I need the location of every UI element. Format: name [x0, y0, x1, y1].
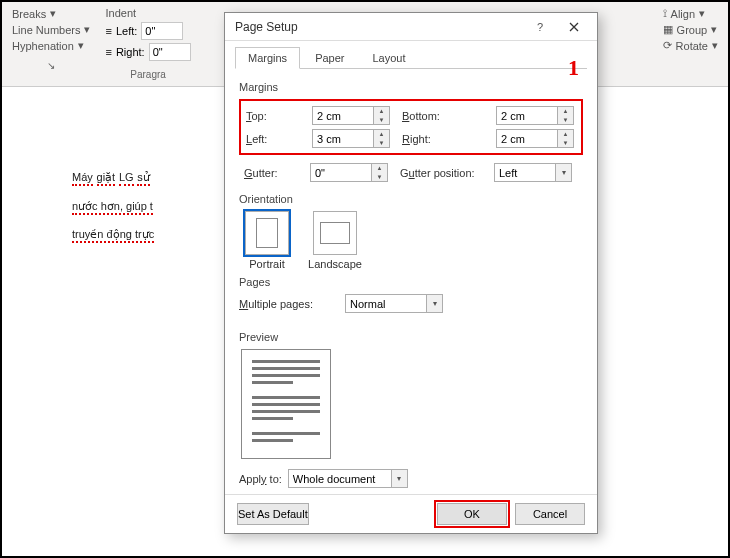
close-icon — [569, 22, 579, 32]
callout-1: 1 — [568, 55, 579, 81]
ribbon-col-breaks: Breaks ▾ Line Numbers ▾ Hyphenation ▾ ↘ — [12, 7, 90, 86]
tab-margins[interactable]: Margins — [235, 47, 300, 69]
margins-highlight: Top: ▲▼ Bottom: ▲▼ Left: ▲▼ Right: ▲▼ — [239, 99, 583, 155]
gutterpos-input[interactable] — [494, 163, 556, 182]
indent-left[interactable]: ≡ Left: — [105, 22, 190, 40]
apply-to-select[interactable]: ▾ — [288, 469, 408, 488]
apply-to-input[interactable] — [288, 469, 392, 488]
indent-right[interactable]: ≡ Right: — [105, 43, 190, 61]
ribbon-right: ⟟ Align ▾ ▦ Group ▾ ⟳ Rotate ▾ — [663, 7, 718, 86]
bottom-spinner[interactable]: ▲▼ — [496, 106, 582, 125]
gutter-spinner[interactable]: ▲▼ — [310, 163, 396, 182]
group-item[interactable]: ▦ Group ▾ — [663, 23, 718, 36]
dialog-titlebar[interactable]: Page Setup ? — [225, 13, 597, 41]
pages-title: Pages — [239, 276, 583, 288]
close-button[interactable] — [557, 15, 591, 39]
preview-panel — [241, 349, 331, 459]
hyphenation-item[interactable]: Hyphenation ▾ — [12, 39, 90, 52]
dialog-tabs: Margins Paper Layout — [225, 41, 597, 69]
apply-to-label: Apply to: — [239, 473, 282, 485]
align-item[interactable]: ⟟ Align ▾ — [663, 7, 718, 20]
orientation-title: Orientation — [239, 193, 583, 205]
gutterpos-label: Gutter position: — [400, 167, 490, 179]
portrait-icon — [245, 211, 289, 255]
margins-section: Margins Top: ▲▼ Bottom: ▲▼ Left: ▲▼ Righ… — [225, 69, 597, 494]
left-label: Left: — [246, 133, 308, 145]
help-button[interactable]: ? — [523, 15, 557, 39]
dialog-footer: Set As Default OK Cancel — [225, 494, 597, 533]
right-input[interactable] — [496, 129, 558, 148]
left-input[interactable] — [312, 129, 374, 148]
set-default-button[interactable]: Set As Default — [237, 503, 309, 525]
chevron-down-icon: ▾ — [556, 163, 572, 182]
indent-left-icon: ≡ — [105, 25, 111, 37]
ribbon-col-indent: Indent ≡ Left: ≡ Right: Paragra — [105, 7, 190, 86]
orientation-group: Portrait Landscape — [239, 211, 583, 270]
left-spinner[interactable]: ▲▼ — [312, 129, 398, 148]
preview-title: Preview — [239, 331, 583, 343]
apply-to-row: Apply to: ▾ — [239, 469, 583, 488]
landscape-icon — [313, 211, 357, 255]
multiple-pages-input[interactable] — [345, 294, 427, 313]
indent-right-input[interactable] — [149, 43, 191, 61]
gutterpos-select[interactable]: ▾ — [494, 163, 580, 182]
top-input[interactable] — [312, 106, 374, 125]
paragraph-group-label: Paragra — [105, 69, 190, 80]
top-spinner[interactable]: ▲▼ — [312, 106, 398, 125]
margins-title: Margins — [239, 81, 583, 93]
orientation-portrait[interactable]: Portrait — [239, 211, 295, 270]
tab-paper[interactable]: Paper — [302, 47, 357, 69]
right-spinner[interactable]: ▲▼ — [496, 129, 582, 148]
indent-left-input[interactable] — [141, 22, 183, 40]
multiple-pages-label: Multiple pages: — [239, 298, 335, 310]
bottom-input[interactable] — [496, 106, 558, 125]
line-numbers-item[interactable]: Line Numbers ▾ — [12, 23, 90, 36]
breaks-item[interactable]: Breaks ▾ — [12, 7, 90, 20]
gutter-input[interactable] — [310, 163, 372, 182]
ribbon-group-label: ↘ — [12, 60, 90, 71]
bottom-label: Bottom: — [402, 110, 492, 122]
dialog-title: Page Setup — [235, 20, 523, 34]
right-label: Right: — [402, 133, 492, 145]
chevron-down-icon: ▾ — [392, 469, 408, 488]
indent-right-icon: ≡ — [105, 46, 111, 58]
page-setup-dialog: Page Setup ? Margins Paper Layout 1 Marg… — [224, 12, 598, 534]
multiple-pages-row: Multiple pages: ▾ — [239, 294, 583, 313]
indent-title: Indent — [105, 7, 190, 19]
cancel-button[interactable]: Cancel — [515, 503, 585, 525]
chevron-down-icon: ▾ — [427, 294, 443, 313]
ok-button[interactable]: OK — [437, 503, 507, 525]
orientation-landscape[interactable]: Landscape — [307, 211, 363, 270]
multiple-pages-select[interactable]: ▾ — [345, 294, 443, 313]
rotate-item[interactable]: ⟳ Rotate ▾ — [663, 39, 718, 52]
gutter-label: Gutter: — [244, 167, 306, 179]
top-label: Top: — [246, 110, 308, 122]
tab-layout[interactable]: Layout — [359, 47, 418, 69]
